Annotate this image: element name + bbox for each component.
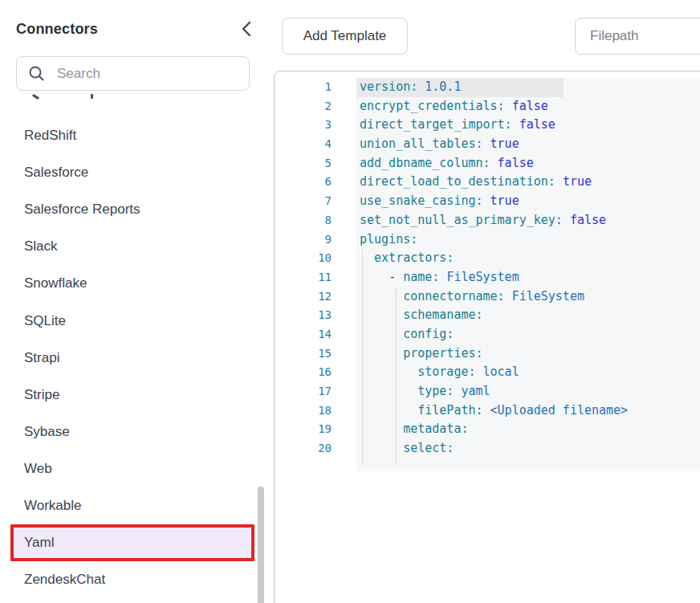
- line-number: 3: [275, 116, 356, 135]
- sidebar-item-label: SQLite: [24, 313, 66, 329]
- code-text: - name: FileSystem: [356, 268, 519, 287]
- sidebar-scrollbar[interactable]: [258, 487, 264, 603]
- line-number: 16: [275, 363, 356, 382]
- line-number: 8: [275, 211, 356, 230]
- code-line[interactable]: 5add_dbname_column: false: [275, 154, 700, 173]
- code-line[interactable]: 4union_all_tables: true: [275, 135, 700, 154]
- line-number: 15: [275, 344, 356, 364]
- code-line[interactable]: 16 storage: local: [275, 363, 700, 382]
- line-number: 6: [275, 173, 356, 192]
- code-text: type: yaml: [356, 382, 490, 401]
- sidebar-item-label: Salesforce Reports: [24, 202, 140, 218]
- line-number: 1: [275, 78, 356, 97]
- line-number: 20: [275, 439, 356, 458]
- line-number: 11: [275, 268, 356, 287]
- code-text: encrypt_credentials: false: [356, 97, 548, 116]
- code-line[interactable]: 9plugins:: [275, 230, 700, 250]
- code-text: connectorname: FileSystem: [356, 287, 584, 307]
- line-number: 17: [275, 382, 356, 401]
- code-line[interactable]: 3direct_target_import: false: [275, 116, 700, 135]
- code-lines: 1version: 1.0.12encrypt_credentials: fal…: [275, 78, 700, 458]
- code-text: union_all_tables: true: [356, 135, 519, 154]
- sidebar-item-zendeskchat[interactable]: ZendeskChat: [0, 561, 266, 598]
- code-text: set_not_null_as_primary_key: false: [356, 211, 606, 230]
- line-number: 2: [275, 97, 356, 116]
- line-number: 9: [275, 230, 356, 250]
- code-text: add_dbname_column: false: [356, 154, 534, 173]
- code-text: config:: [356, 325, 454, 344]
- filepath-input[interactable]: [575, 18, 700, 55]
- line-number: 7: [275, 192, 356, 211]
- code-text: select:: [356, 439, 454, 458]
- line-number: 4: [275, 135, 356, 154]
- sidebar-item-label: Strapi: [24, 350, 59, 366]
- line-number: 5: [275, 154, 356, 173]
- collapse-sidebar-button[interactable]: [238, 19, 253, 39]
- sidebar-item-label: Salesforce: [24, 165, 88, 181]
- code-text: schemaname:: [356, 306, 483, 325]
- code-line[interactable]: 14 config:: [275, 325, 700, 344]
- sidebar-item-slack[interactable]: Slack: [0, 228, 266, 265]
- sidebar-item-yaml[interactable]: Yaml: [10, 524, 254, 561]
- line-number: 18: [275, 401, 356, 421]
- chevron-left-icon: [241, 20, 251, 38]
- line-number: 14: [275, 325, 356, 344]
- clipped-list-item-fragment: [91, 94, 93, 99]
- code-text: properties:: [356, 344, 483, 364]
- sidebar-item-label: ZendeskChat: [24, 572, 105, 588]
- line-number: 10: [275, 249, 356, 268]
- code-line[interactable]: 17 type: yaml: [275, 382, 700, 401]
- code-line[interactable]: 8set_not_null_as_primary_key: false: [275, 211, 700, 230]
- sidebar-item-sybase[interactable]: Sybase: [0, 414, 266, 450]
- sidebar-item-redshift[interactable]: RedShift: [0, 117, 266, 154]
- sidebar-item-salesforce-reports[interactable]: Salesforce Reports: [0, 191, 266, 228]
- code-line[interactable]: 19 metadata:: [275, 420, 700, 439]
- sidebar-item-label: Web: [24, 461, 52, 477]
- code-line[interactable]: 10 extractors:: [275, 249, 700, 268]
- code-text: metadata:: [356, 420, 468, 439]
- code-text: direct_target_import: false: [356, 116, 556, 135]
- search-input[interactable]: [55, 65, 249, 83]
- code-line[interactable]: 2encrypt_credentials: false: [275, 97, 700, 116]
- sidebar-item-strapi[interactable]: Strapi: [0, 340, 266, 377]
- search-box: [16, 56, 250, 91]
- sidebar-item-workable[interactable]: Workable: [0, 487, 266, 524]
- sidebar-item-web[interactable]: Web: [0, 450, 266, 487]
- code-line[interactable]: 6direct_load_to_destination: true: [275, 173, 700, 192]
- code-text: plugins:: [356, 230, 417, 250]
- connector-list: RedShiftSalesforceSalesforce ReportsSlac…: [0, 117, 266, 598]
- code-line[interactable]: 20 select:: [275, 439, 700, 458]
- code-text: filePath: <Uploaded filename>: [356, 401, 628, 421]
- line-number: 13: [275, 306, 356, 325]
- clipped-list-item-fragment: [32, 94, 39, 100]
- sidebar-item-label: Sybase: [24, 424, 70, 440]
- sidebar-item-sqlite[interactable]: SQLite: [0, 302, 266, 339]
- code-text: use_snake_casing: true: [356, 192, 519, 211]
- sidebar-title: Connectors: [16, 21, 98, 38]
- code-line[interactable]: 15 properties:: [275, 344, 700, 364]
- yaml-code-editor[interactable]: 1version: 1.0.12encrypt_credentials: fal…: [274, 71, 700, 603]
- search-icon: [28, 65, 45, 82]
- code-line[interactable]: 11 - name: FileSystem: [275, 268, 700, 287]
- sidebar-item-label: Workable: [24, 498, 82, 514]
- code-line[interactable]: 7use_snake_casing: true: [275, 192, 700, 211]
- code-text: direct_load_to_destination: true: [356, 173, 592, 192]
- add-template-button[interactable]: Add Template: [282, 18, 408, 55]
- sidebar-item-label: Yaml: [24, 535, 54, 551]
- sidebar-item-label: RedShift: [24, 128, 76, 144]
- code-text: version: 1.0.1: [356, 78, 461, 97]
- sidebar-item-snowflake[interactable]: Snowflake: [0, 265, 266, 302]
- sidebar-header: Connectors: [16, 19, 253, 39]
- code-line[interactable]: 1version: 1.0.1: [275, 78, 700, 97]
- line-number: 19: [275, 420, 356, 439]
- sidebar-item-label: Stripe: [24, 387, 59, 403]
- code-line[interactable]: 18 filePath: <Uploaded filename>: [275, 401, 700, 421]
- code-line[interactable]: 12 connectorname: FileSystem: [275, 287, 700, 307]
- code-text: storage: local: [356, 363, 519, 382]
- connectors-sidebar: Connectors RedShiftSalesforceSalesforce …: [0, 0, 266, 603]
- code-line[interactable]: 13 schemaname:: [275, 306, 700, 325]
- sidebar-item-label: Snowflake: [24, 275, 87, 291]
- sidebar-item-stripe[interactable]: Stripe: [0, 377, 266, 414]
- sidebar-item-salesforce[interactable]: Salesforce: [0, 154, 266, 191]
- code-text: extractors:: [356, 249, 454, 268]
